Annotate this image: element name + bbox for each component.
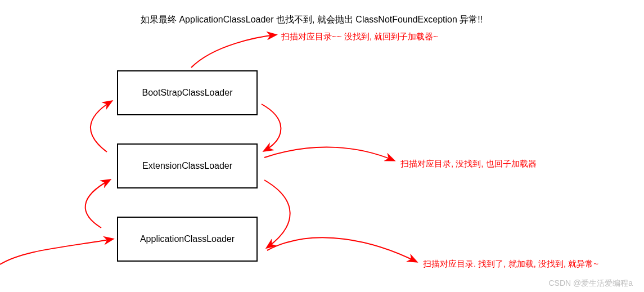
box-application-label: ApplicationClassLoader [140, 234, 235, 244]
box-extension-label: ExtensionClassLoader [142, 161, 232, 171]
arrow-entry [0, 239, 112, 264]
annotation-bootstrap: 扫描对应目录~~ 没找到, 就回到子加载器~ [281, 32, 438, 42]
arrows-layer [0, 0, 644, 292]
arrow-app-to-ext [85, 180, 110, 228]
diagram-title: 如果最终 ApplicationClassLoader 也找不到, 就会抛出 C… [141, 14, 483, 26]
box-extension: ExtensionClassLoader [117, 143, 258, 188]
arrow-boot-to-ext [262, 104, 281, 151]
arrow-boot-scan [191, 35, 276, 68]
box-bootstrap: BootStrapClassLoader [117, 70, 258, 115]
watermark: CSDN @爱生活爱编程a [548, 278, 633, 289]
annotation-extension: 扫描对应目录, 没找到, 也回子加载器 [400, 159, 537, 169]
arrow-ext-to-boot [91, 101, 111, 152]
arrow-ext-scan [264, 147, 394, 160]
annotation-application: 扫描对应目录. 找到了, 就加载, 没找到, 就异常~ [423, 259, 598, 269]
box-bootstrap-label: BootStrapClassLoader [142, 88, 233, 98]
arrow-ext-to-app [264, 180, 290, 248]
arrow-app-scan [267, 237, 416, 262]
box-application: ApplicationClassLoader [117, 217, 258, 262]
